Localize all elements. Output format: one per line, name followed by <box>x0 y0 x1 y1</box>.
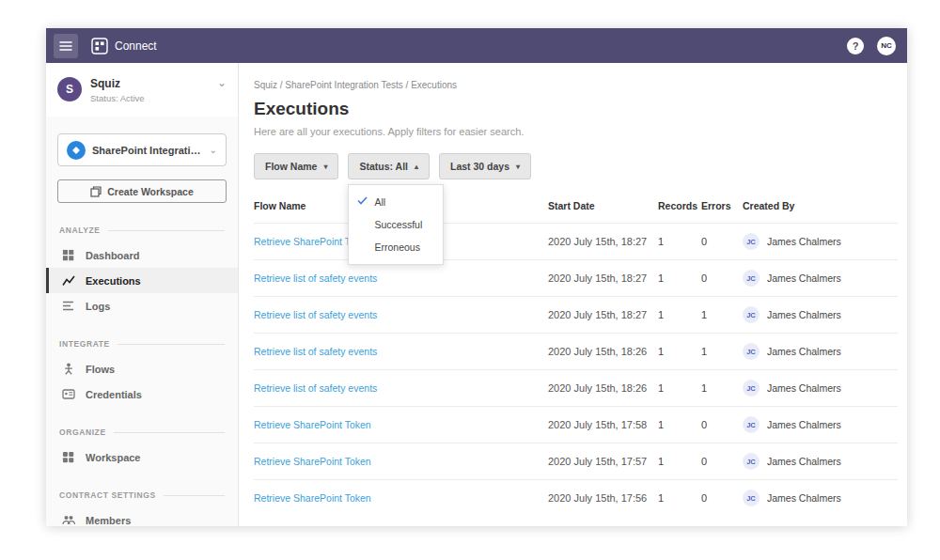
creator-name: James Chalmers <box>767 236 841 247</box>
records-cell: 1 <box>658 346 701 357</box>
errors-cell: 1 <box>701 346 743 357</box>
records-cell: 1 <box>658 419 701 430</box>
flow-name-link[interactable]: Retrieve SharePoint Token <box>254 492 371 504</box>
creator-avatar: JC <box>743 233 760 250</box>
errors-cell: 1 <box>701 382 743 394</box>
table-header-start-date: Start Date <box>548 200 658 211</box>
table-row: Retrieve list of safety events2020 July … <box>254 333 898 369</box>
workspace-avatar: S <box>57 77 82 101</box>
breadcrumb[interactable]: Squiz / SharePoint Integration Tests / E… <box>254 80 898 90</box>
sidebar-item-members[interactable]: Members <box>46 507 238 526</box>
filter-date-range-button[interactable]: Last 30 days ▾ <box>439 153 531 179</box>
project-selector[interactable]: SharePoint Integration T... ⌄ <box>57 133 227 166</box>
caret-down-icon: ▾ <box>323 163 327 171</box>
members-icon <box>61 515 75 525</box>
sidebar-item-logs[interactable]: Logs <box>46 293 238 319</box>
table-row: Retrieve SharePoint Token2020 July 15th,… <box>254 479 898 516</box>
status-option-all[interactable]: All <box>349 191 443 213</box>
flow-name-link[interactable]: Retrieve list of safety events <box>254 346 377 357</box>
flow-name-link[interactable]: Retrieve list of safety events <box>254 309 377 320</box>
creator-avatar: JC <box>743 343 760 360</box>
flow-name-cell: Retrieve SharePoint Token <box>254 492 548 504</box>
workspace-info: Squiz Status: Active <box>90 77 145 103</box>
created-by-cell: JCJames Chalmers <box>743 233 898 250</box>
flow-name-link[interactable]: Retrieve list of safety events <box>254 272 377 284</box>
sidebar-item-dashboard[interactable]: Dashboard <box>46 242 238 268</box>
creator-avatar: JC <box>743 416 760 433</box>
status-option-erroneous[interactable]: Erroneous <box>349 236 443 258</box>
flow-name-link[interactable]: Retrieve list of safety events <box>254 382 377 394</box>
flow-name-cell: Retrieve list of safety events <box>254 309 548 320</box>
sidebar-item-label: Executions <box>86 275 141 287</box>
nav-section-organize: ORGANIZE <box>59 428 225 437</box>
dashboard-icon <box>61 249 75 261</box>
sidebar-item-workspace[interactable]: Workspace <box>46 444 238 470</box>
main-content: Squiz / SharePoint Integration Tests / E… <box>239 63 907 526</box>
app-logo: Connect <box>91 38 157 54</box>
app-logo-icon <box>91 38 108 54</box>
creator-avatar: JC <box>743 270 760 287</box>
chevron-down-icon: ⌄ <box>210 146 217 155</box>
status-option-successful[interactable]: Successful <box>349 213 443 236</box>
table-row: Retrieve SharePoint Token2020 July 15th,… <box>254 443 898 479</box>
sidebar: S Squiz Status: Active ⌄ SharePoint Inte… <box>46 63 239 526</box>
topbar: Connect ? NC <box>46 28 907 63</box>
project-label: SharePoint Integration T... <box>92 145 203 156</box>
creator-avatar: JC <box>743 380 760 397</box>
workspace-selector[interactable]: S Squiz Status: Active ⌄ <box>46 63 238 117</box>
sidebar-nav: ANALYZEDashboardExecutionsLogsINTEGRATEF… <box>46 203 238 526</box>
page-title: Executions <box>254 99 898 119</box>
executions-icon <box>61 275 75 287</box>
sidebar-item-label: Flows <box>86 364 115 375</box>
help-button[interactable]: ? <box>847 38 864 54</box>
sidebar-item-credentials[interactable]: Credentials <box>46 381 238 407</box>
user-avatar[interactable]: NC <box>877 37 896 55</box>
filter-flow-name-button[interactable]: Flow Name ▾ <box>254 153 338 179</box>
created-by-cell: JCJames Chalmers <box>743 380 898 397</box>
sidebar-item-executions[interactable]: Executions <box>46 268 238 293</box>
page-subtitle: Here are all your executions. Apply filt… <box>254 126 898 137</box>
sidebar-item-flows[interactable]: Flows <box>46 356 238 381</box>
creator-name: James Chalmers <box>767 492 841 504</box>
records-cell: 1 <box>658 456 701 467</box>
table-row: Retrieve list of safety events2020 July … <box>254 296 898 333</box>
status-dropdown: AllSuccessfulErroneous <box>348 184 444 265</box>
records-cell: 1 <box>658 382 701 394</box>
creator-name: James Chalmers <box>767 419 841 430</box>
table-header-errors: Errors <box>701 200 743 211</box>
table-body: Retrieve SharePoint Token2020 July 15th,… <box>254 223 898 516</box>
flow-name-link[interactable]: Retrieve SharePoint Token <box>254 456 371 467</box>
section-divider <box>108 230 225 231</box>
flow-name-cell: Retrieve list of safety events <box>254 346 548 357</box>
flow-name-cell: Retrieve SharePoint Token <box>254 456 548 467</box>
app-body: S Squiz Status: Active ⌄ SharePoint Inte… <box>46 63 907 526</box>
app-window: Connect ? NC S Squiz Status: Active ⌄ Sh… <box>46 28 907 526</box>
creator-name: James Chalmers <box>767 382 841 394</box>
creator-avatar: JC <box>743 453 760 470</box>
records-cell: 1 <box>658 272 701 284</box>
section-divider <box>164 495 225 496</box>
flow-name-link[interactable]: Retrieve SharePoint Token <box>254 419 371 430</box>
flow-name-cell: Retrieve list of safety events <box>254 272 548 284</box>
filter-status-button[interactable]: Status: All ▴ <box>348 153 430 179</box>
nav-section-title: ANALYZE <box>59 226 101 235</box>
start-date-cell: 2020 July 15th, 17:57 <box>548 456 658 467</box>
start-date-cell: 2020 July 15th, 17:58 <box>548 419 658 430</box>
creator-name: James Chalmers <box>767 272 841 284</box>
create-workspace-button[interactable]: Create Workspace <box>57 179 227 203</box>
filter-status-label: Status: All <box>359 161 408 172</box>
menu-button[interactable] <box>54 34 78 58</box>
filter-date-range-label: Last 30 days <box>450 161 509 172</box>
section-divider <box>114 432 225 433</box>
start-date-cell: 2020 July 15th, 18:27 <box>548 309 658 320</box>
start-date-cell: 2020 July 15th, 18:27 <box>548 236 658 247</box>
created-by-cell: JCJames Chalmers <box>743 416 898 433</box>
sidebar-item-label: Credentials <box>86 389 142 400</box>
records-cell: 1 <box>658 492 701 504</box>
created-by-cell: JCJames Chalmers <box>743 270 898 287</box>
section-divider <box>118 344 225 345</box>
status-option-label: Successful <box>374 219 422 230</box>
records-cell: 1 <box>658 236 701 247</box>
start-date-cell: 2020 July 15th, 18:27 <box>548 272 658 284</box>
table-row: Retrieve list of safety events2020 July … <box>254 369 898 406</box>
